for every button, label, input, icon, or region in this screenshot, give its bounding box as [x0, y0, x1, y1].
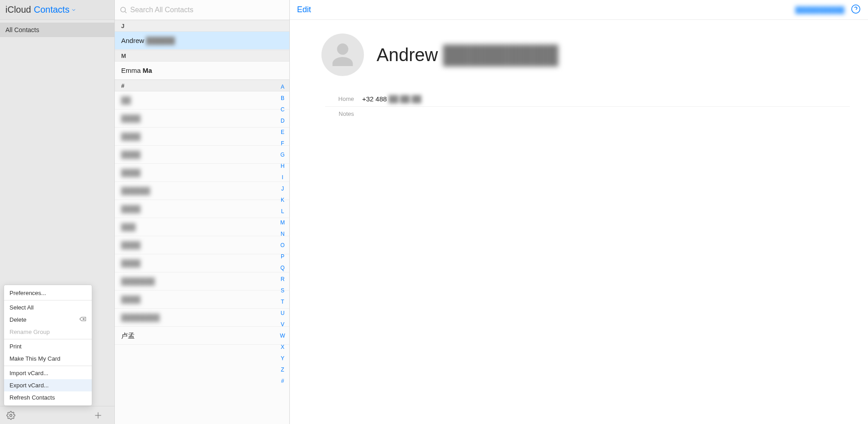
index-letter[interactable]: M: [279, 217, 286, 229]
index-letter[interactable]: I: [279, 172, 286, 183]
index-letter[interactable]: X: [279, 342, 286, 353]
index-letter[interactable]: #: [279, 376, 286, 387]
field-row-notes: Notes: [325, 107, 850, 121]
help-icon[interactable]: [851, 4, 861, 15]
search-icon: [119, 6, 127, 14]
contact-name: Andrew █████████: [377, 45, 558, 65]
index-letter[interactable]: A: [279, 81, 286, 93]
contact-row[interactable]: ████: [115, 200, 289, 218]
plus-icon[interactable]: [94, 411, 103, 420]
index-letter[interactable]: S: [279, 285, 286, 296]
detail-toolbar: Edit ███████████: [290, 0, 868, 20]
index-letter[interactable]: Y: [279, 353, 286, 364]
index-letter[interactable]: O: [279, 240, 286, 251]
index-letter[interactable]: Z: [279, 364, 286, 376]
index-letter[interactable]: H: [279, 161, 286, 172]
contact-row[interactable]: ██████: [115, 182, 289, 200]
field-row-phone: Home +32 488 ██ ██ ██: [325, 91, 850, 107]
index-letter[interactable]: P: [279, 251, 286, 262]
menu-item[interactable]: Export vCard...: [4, 379, 92, 391]
top-right: ███████████: [795, 4, 861, 15]
contact-row[interactable]: ████: [115, 128, 289, 146]
contact-row[interactable]: Emma Ma: [115, 62, 289, 80]
index-letter[interactable]: W: [279, 330, 286, 342]
svg-line-6: [125, 11, 126, 13]
contact-hero: Andrew █████████: [321, 33, 850, 76]
index-letter[interactable]: J: [279, 183, 286, 195]
menu-item[interactable]: Refresh Contacts: [4, 391, 92, 404]
menu-item: Rename Group: [4, 326, 92, 338]
svg-point-7: [852, 5, 860, 13]
menu-item[interactable]: Make This My Card: [4, 353, 92, 365]
contact-row[interactable]: ███████: [115, 272, 289, 291]
contact-row[interactable]: 卢孟: [115, 327, 289, 345]
fields: Home +32 488 ██ ██ ██ Notes: [325, 91, 850, 121]
search-input[interactable]: [130, 6, 285, 14]
first-name: Andrew: [377, 45, 438, 65]
edit-button[interactable]: Edit: [297, 5, 311, 14]
index-letter[interactable]: L: [279, 206, 286, 217]
index-letter[interactable]: E: [279, 127, 286, 138]
svg-point-2: [10, 414, 12, 416]
menu-item[interactable]: Delete: [4, 314, 92, 326]
contact-row[interactable]: ██: [115, 91, 289, 110]
section-header: M: [115, 50, 289, 62]
contact-row[interactable]: ████: [115, 164, 289, 182]
index-letter[interactable]: V: [279, 319, 286, 330]
index-letter[interactable]: D: [279, 115, 286, 127]
index-letter[interactable]: R: [279, 274, 286, 285]
index-letter[interactable]: U: [279, 308, 286, 319]
contact-row[interactable]: ████: [115, 291, 289, 309]
chevron-down-icon: [71, 7, 76, 13]
field-label: Home: [325, 95, 354, 102]
field-value[interactable]: +32 488 ██ ██ ██: [362, 95, 421, 103]
group-item-all-contacts[interactable]: All Contacts: [0, 23, 114, 37]
contact-row[interactable]: Andrew ██████: [115, 32, 289, 50]
section-header: J: [115, 20, 289, 32]
index-letter[interactable]: N: [279, 229, 286, 240]
detail-pane: Edit ███████████ Andrew █████████ Home +…: [290, 0, 868, 424]
menu-item[interactable]: Select All: [4, 301, 92, 314]
contact-row[interactable]: ████: [115, 110, 289, 128]
last-name: █████████: [443, 45, 558, 65]
gear-icon[interactable]: [6, 411, 15, 420]
person-icon: [329, 41, 356, 68]
menu-item[interactable]: Print: [4, 340, 92, 353]
sidebar-footer: [0, 406, 114, 424]
svg-point-5: [121, 7, 126, 12]
app-dropdown-label: Contacts: [34, 5, 70, 15]
menu-item[interactable]: Import vCard...: [4, 367, 92, 379]
brand-label: iCloud: [5, 5, 31, 15]
delete-key-icon: [79, 316, 86, 323]
search-wrap: [115, 0, 289, 20]
contacts-list-column: JAndrew ██████MEmma Ma#█████████████████…: [115, 0, 290, 424]
notes-label: Notes: [325, 110, 354, 117]
contact-row[interactable]: ████: [115, 254, 289, 272]
contacts-list[interactable]: JAndrew ██████MEmma Ma#█████████████████…: [115, 20, 289, 424]
sidebar-header: iCloud Contacts: [0, 0, 114, 20]
index-letter[interactable]: K: [279, 195, 286, 206]
contact-row[interactable]: ████: [115, 146, 289, 164]
index-letter[interactable]: F: [279, 138, 286, 149]
contact-row[interactable]: ████: [115, 236, 289, 254]
account-name[interactable]: ███████████: [795, 6, 844, 14]
alpha-index[interactable]: ABCDEFGHIJKLMNOPQRSTUVWXYZ#: [279, 81, 286, 387]
index-letter[interactable]: C: [279, 104, 286, 115]
index-letter[interactable]: Q: [279, 262, 286, 274]
detail-body: Andrew █████████ Home +32 488 ██ ██ ██ N…: [290, 20, 868, 121]
contact-row[interactable]: ████████: [115, 309, 289, 327]
contact-row[interactable]: ███: [115, 218, 289, 236]
sidebar: iCloud Contacts All Contacts Preferences…: [0, 0, 115, 424]
index-letter[interactable]: G: [279, 149, 286, 161]
avatar[interactable]: [321, 33, 364, 76]
settings-menu: Preferences...Select AllDeleteRename Gro…: [4, 285, 92, 406]
menu-item[interactable]: Preferences...: [4, 287, 92, 299]
index-letter[interactable]: T: [279, 296, 286, 308]
app-dropdown[interactable]: Contacts: [34, 5, 76, 15]
index-letter[interactable]: B: [279, 93, 286, 104]
section-header: #: [115, 80, 289, 91]
